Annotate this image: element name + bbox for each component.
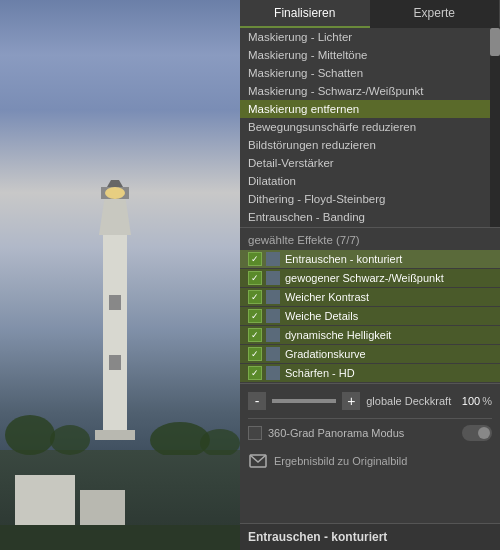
selected-effect-item[interactable]: ✓ gewogener Schwarz-/Weißpunkt — [240, 269, 500, 287]
checkbox-checked[interactable]: ✓ — [248, 309, 262, 323]
result-icon — [248, 451, 268, 471]
selected-effect-item[interactable]: ✓ Entrauschen - konturiert — [240, 250, 500, 268]
svg-marker-4 — [107, 180, 123, 187]
building-2 — [80, 490, 125, 530]
effects-list[interactable]: Maskierung - Lichter Maskierung - Mittel… — [240, 28, 500, 228]
panorama-label: 360-Grad Panorama Modus — [268, 427, 462, 439]
tab-bar: Finalisieren Experte — [240, 0, 500, 28]
image-preview — [0, 0, 240, 550]
ground — [0, 525, 240, 550]
selected-effect-item[interactable]: ✓ Weicher Kontrast — [240, 288, 500, 306]
effect-item[interactable]: Maskierung - Lichter — [240, 28, 500, 46]
effect-item-highlighted[interactable]: Maskierung entfernen — [240, 100, 500, 118]
scrollbar-track — [490, 28, 500, 227]
svg-point-3 — [105, 187, 125, 199]
selected-effect-item[interactable]: ✓ Weiche Details — [240, 307, 500, 325]
color-swatch — [266, 328, 280, 342]
color-swatch — [266, 309, 280, 323]
effect-item[interactable]: Dithering - Floyd-Steinberg — [240, 190, 500, 208]
color-swatch — [266, 290, 280, 304]
svg-point-9 — [50, 425, 90, 455]
buildings-background — [0, 450, 240, 550]
effect-item[interactable]: Bewegungsunschärfe reduzieren — [240, 118, 500, 136]
color-swatch — [266, 252, 280, 266]
checkbox-checked[interactable]: ✓ — [248, 252, 262, 266]
bottom-title: Entrauschen - konturiert — [240, 523, 500, 550]
checkbox-checked[interactable]: ✓ — [248, 328, 262, 342]
panorama-section: 360-Grad Panorama Modus — [240, 419, 500, 447]
color-swatch — [266, 366, 280, 380]
checkbox-checked[interactable]: ✓ — [248, 347, 262, 361]
effect-item[interactable]: Entrauschen - Banding — [240, 208, 500, 226]
selected-effects-header: gewählte Effekte (7/7) — [240, 228, 500, 250]
checkbox-checked[interactable]: ✓ — [248, 290, 262, 304]
slider-fill — [272, 399, 336, 403]
svg-point-10 — [150, 422, 210, 455]
color-swatch — [266, 347, 280, 361]
toggle-knob — [478, 427, 490, 439]
result-section: Ergebnisbild zu Originalbild — [240, 447, 500, 477]
opacity-minus-button[interactable]: - — [248, 392, 266, 410]
selected-effects-list: ✓ Entrauschen - konturiert ✓ gewogener S… — [240, 250, 500, 383]
selected-effect-item[interactable]: ✓ Gradationskurve — [240, 345, 500, 363]
effect-item[interactable]: Bildstörungen reduzieren — [240, 136, 500, 154]
opacity-section: - + globale Deckkraft 100 % — [240, 383, 500, 418]
building-1 — [15, 475, 75, 530]
svg-rect-6 — [109, 355, 121, 370]
opacity-slider[interactable] — [272, 399, 336, 403]
effect-item[interactable]: Dilatation — [240, 172, 500, 190]
panorama-toggle[interactable] — [462, 425, 492, 441]
checkbox-checked[interactable]: ✓ — [248, 366, 262, 380]
effect-item[interactable]: Entrauschen - Farbwolken — [240, 226, 500, 228]
color-swatch — [266, 271, 280, 285]
opacity-unit: % — [482, 395, 492, 407]
checkbox-checked[interactable]: ✓ — [248, 271, 262, 285]
svg-point-8 — [5, 415, 55, 455]
svg-marker-1 — [99, 195, 131, 235]
tab-finalisieren[interactable]: Finalisieren — [240, 0, 370, 28]
selected-effect-item[interactable]: ✓ dynamische Helligkeit — [240, 326, 500, 344]
tab-experte[interactable]: Experte — [370, 0, 501, 28]
right-panel: Finalisieren Experte Maskierung - Lichte… — [240, 0, 500, 550]
opacity-label: globale Deckkraft — [366, 395, 451, 407]
selected-effect-item[interactable]: ✓ Schärfen - HD — [240, 364, 500, 382]
opacity-plus-button[interactable]: + — [342, 392, 360, 410]
effect-item[interactable]: Maskierung - Schatten — [240, 64, 500, 82]
scrollbar-thumb[interactable] — [490, 28, 500, 56]
effect-item[interactable]: Detail-Verstärker — [240, 154, 500, 172]
result-link[interactable]: Ergebnisbild zu Originalbild — [274, 455, 407, 467]
opacity-value: 100 — [455, 395, 480, 407]
effect-item[interactable]: Maskierung - Schwarz-/Weißpunkt — [240, 82, 500, 100]
svg-rect-5 — [109, 295, 121, 310]
effect-item[interactable]: Maskierung - Mitteltöne — [240, 46, 500, 64]
panorama-checkbox[interactable] — [248, 426, 262, 440]
